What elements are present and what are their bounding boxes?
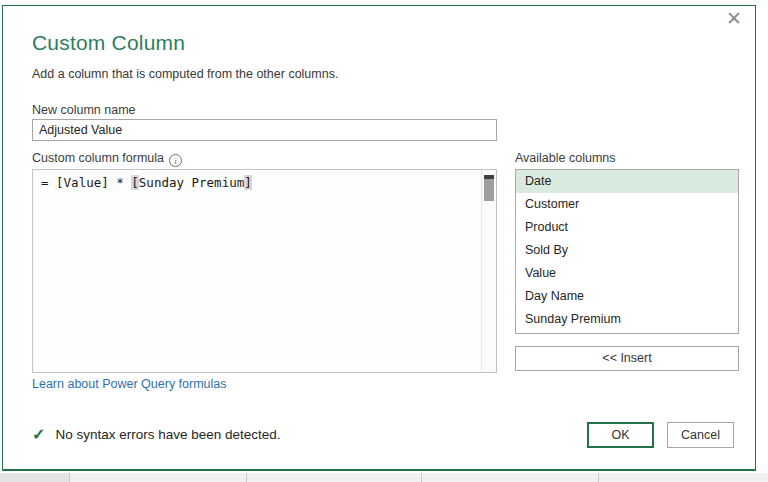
scrollbar-thumb-bar	[484, 179, 494, 201]
list-item-day-name[interactable]: Day Name	[516, 285, 738, 308]
list-item-date[interactable]: Date	[516, 170, 738, 193]
new-column-name-input[interactable]	[32, 119, 497, 141]
custom-column-dialog: ✕ Custom Column Add a column that is com…	[2, 5, 756, 471]
grid-line	[421, 473, 422, 482]
spreadsheet-strip	[0, 473, 768, 482]
spreadsheet-cell	[0, 473, 69, 482]
grid-line	[246, 473, 247, 482]
learn-formulas-link[interactable]: Learn about Power Query formulas	[32, 377, 227, 391]
close-icon[interactable]: ✕	[723, 8, 745, 30]
formula-scrollbar[interactable]	[481, 170, 496, 372]
checkmark-icon: ✓	[32, 425, 45, 444]
scrollbar-thumb[interactable]	[484, 175, 494, 201]
syntax-status: ✓ No syntax errors have been detected.	[32, 425, 281, 444]
available-columns-list: Date Customer Product Sold By Value Day …	[515, 169, 739, 334]
insert-button[interactable]: << Insert	[515, 346, 739, 371]
list-item-sold-by[interactable]: Sold By	[516, 239, 738, 262]
formula-text: = [Value] * [Sunday Premium]	[41, 175, 476, 190]
formula-label-text: Custom column formula	[32, 151, 164, 165]
grid-line	[69, 473, 70, 482]
list-item-sunday-premium[interactable]: Sunday Premium	[516, 308, 738, 331]
list-item-customer[interactable]: Customer	[516, 193, 738, 216]
info-icon[interactable]: i	[169, 154, 182, 167]
formula-open-bracket: [	[131, 175, 139, 190]
formula-label: Custom column formulai	[32, 151, 182, 167]
syntax-status-text: No syntax errors have been detected.	[55, 427, 280, 442]
formula-editor[interactable]: = [Value] * [Sunday Premium]	[32, 169, 497, 373]
list-item-value[interactable]: Value	[516, 262, 738, 285]
grid-line	[598, 473, 599, 482]
ok-button[interactable]: OK	[587, 422, 654, 448]
formula-part1: = [Value] *	[41, 175, 131, 190]
dialog-title: Custom Column	[32, 31, 185, 55]
cancel-button[interactable]: Cancel	[667, 422, 734, 448]
formula-close-bracket: ]	[244, 175, 252, 190]
dialog-subtitle: Add a column that is computed from the o…	[32, 67, 338, 81]
list-item-product[interactable]: Product	[516, 216, 738, 239]
available-columns-label: Available columns	[515, 151, 616, 165]
new-column-name-label: New column name	[32, 103, 136, 117]
formula-inner: Sunday Premium	[139, 175, 244, 190]
